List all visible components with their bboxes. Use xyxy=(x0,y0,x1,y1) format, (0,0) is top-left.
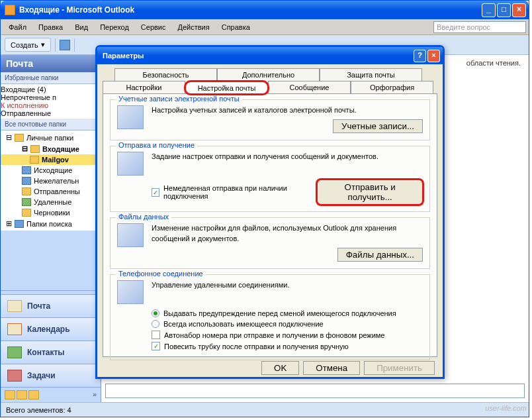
menu-help[interactable]: Справка xyxy=(216,22,255,32)
send-receive-button[interactable]: Отправить и получить... xyxy=(317,180,423,205)
tab-message[interactable]: Сообщение xyxy=(268,81,351,93)
expand-icon[interactable]: ⊟ xyxy=(22,144,28,153)
folders-icon[interactable] xyxy=(17,390,27,399)
folder-icon xyxy=(30,156,39,164)
accounts-icon xyxy=(117,105,144,129)
calendar-icon xyxy=(7,323,22,335)
radio-always-use-label: Всегда использовать имеющееся подключени… xyxy=(163,320,324,328)
checkbox-immediate-send[interactable]: ✓ xyxy=(152,188,159,197)
sidebar: Почта Избранные папки Входящие (4) Непро… xyxy=(1,55,101,402)
search-folder-icon xyxy=(15,220,24,228)
fav-followup[interactable]: К исполнению xyxy=(1,101,101,109)
datafiles-desc: Изменение настройки для файлов, использу… xyxy=(152,223,423,244)
app-icon xyxy=(5,5,15,15)
sidebar-nav: ⋯⋯⋯ Почта Календарь Контакты Задачи » xyxy=(1,290,101,402)
tab-preferences[interactable]: Настройки xyxy=(103,81,185,93)
dialog-body: Учетные записи электронной почты Настрой… xyxy=(103,93,437,357)
dialog-title: Параметры xyxy=(103,52,412,60)
dialog-close-button[interactable]: × xyxy=(427,50,440,62)
tree-root[interactable]: ⊟Личные папки xyxy=(1,132,101,143)
tree-drafts[interactable]: Черновики xyxy=(1,207,101,218)
tab-advanced[interactable]: Дополнительно xyxy=(217,68,320,81)
contacts-icon xyxy=(7,346,22,358)
expand-icon[interactable]: ⊟ xyxy=(6,133,12,142)
help-search-placeholder: Введите вопрос xyxy=(437,23,490,31)
shortcuts-icon[interactable] xyxy=(28,390,39,399)
tab-mail-setup[interactable]: Настройка почты xyxy=(185,81,268,94)
expand-icon[interactable]: ⊞ xyxy=(6,219,12,228)
radio-always-use[interactable] xyxy=(152,320,159,328)
reading-pane-hint: области чтения. xyxy=(466,59,521,67)
folder-icon xyxy=(30,145,40,153)
tree-deleted[interactable]: Удаленные xyxy=(1,197,101,207)
sidebar-favorites-header: Избранные папки xyxy=(1,72,101,84)
maximize-button[interactable]: □ xyxy=(497,3,511,17)
sendrecv-icon xyxy=(117,152,144,176)
nav-tasks[interactable]: Задачи xyxy=(1,364,101,387)
fav-unread[interactable]: Непрочтенные п xyxy=(1,93,101,101)
dialup-icon xyxy=(117,280,144,304)
tree-sent[interactable]: Отправленны xyxy=(1,186,101,197)
tree-mailgov[interactable]: Mailgov xyxy=(1,154,101,165)
sendrecv-desc: Задание настроек отправки и получения со… xyxy=(152,152,423,162)
tab-spelling[interactable]: Орфография xyxy=(351,81,433,93)
tab-mail-protection[interactable]: Защита почты xyxy=(320,68,422,81)
tree-inbox[interactable]: ⊟Входящие xyxy=(1,143,101,154)
checkbox-hangup[interactable]: ✓ xyxy=(152,342,160,350)
favorites-tree: Входящие (4) Непрочтенные п К исполнению… xyxy=(1,84,101,119)
menu-edit[interactable]: Правка xyxy=(33,22,68,32)
tasks-icon xyxy=(7,370,22,382)
print-icon[interactable] xyxy=(60,40,70,50)
folder-icon xyxy=(15,134,24,142)
dialog-titlebar: Параметры ? × xyxy=(97,47,443,64)
accounts-button[interactable]: Учетные записи... xyxy=(333,119,423,133)
tab-security[interactable]: Безопасность xyxy=(114,68,217,81)
menu-actions[interactable]: Действия xyxy=(173,22,215,32)
bottom-input[interactable] xyxy=(105,384,525,398)
folder-icon xyxy=(22,187,31,195)
toolbar-separator xyxy=(74,38,75,52)
data-files-button[interactable]: Файлы данных... xyxy=(337,248,423,262)
fav-sent[interactable]: Отправленные xyxy=(1,109,101,117)
folder-icon xyxy=(22,209,31,217)
menu-goto[interactable]: Переход xyxy=(95,22,134,32)
ok-button[interactable]: OK xyxy=(261,361,299,375)
minimize-button[interactable]: _ xyxy=(482,3,496,17)
tree-search-folders[interactable]: ⊞Папки поиска xyxy=(1,218,101,229)
group-accounts: Учетные записи электронной почты Настрой… xyxy=(110,99,430,140)
accounts-desc: Настройка учетных записей и каталогов эл… xyxy=(152,105,423,115)
checkbox-immediate-send-label: Немедленная отправка при наличии подключ… xyxy=(163,184,317,200)
status-item-count: Всего элементов: 4 xyxy=(6,406,71,414)
folder-icon xyxy=(22,177,31,185)
toolbar-separator xyxy=(55,38,56,52)
radio-warn-change[interactable] xyxy=(152,309,159,317)
menu-file[interactable]: Файл xyxy=(3,22,32,32)
help-search-input[interactable]: Введите вопрос xyxy=(433,21,526,33)
dialog-help-button[interactable]: ? xyxy=(414,50,426,62)
checkbox-autodial[interactable] xyxy=(152,331,160,339)
tree-junk[interactable]: Нежелательн xyxy=(1,176,101,186)
close-button[interactable]: × xyxy=(512,3,526,17)
tree-outbox[interactable]: Исходящие xyxy=(1,165,101,176)
group-send-receive: Отправка и получение Задание настроек от… xyxy=(110,146,430,212)
folder-tree: ⊟Личные папки ⊟Входящие Mailgov Исходящи… xyxy=(1,131,101,231)
nav-chevron-icon[interactable]: » xyxy=(93,390,97,399)
nav-calendar[interactable]: Календарь xyxy=(1,317,101,341)
window-title: Входящие - Microsoft Outlook xyxy=(19,5,482,15)
sidebar-all-header: Все почтовые папки xyxy=(1,119,101,131)
menu-service[interactable]: Сервис xyxy=(136,22,171,32)
checkbox-hangup-label: Повесить трубку после отправки и получен… xyxy=(164,342,349,350)
create-button[interactable]: Создать ▾ xyxy=(5,38,51,52)
fav-inbox[interactable]: Входящие (4) xyxy=(1,85,101,93)
group-data-files: Файлы данных Изменение настройки для фай… xyxy=(110,217,430,269)
menu-view[interactable]: Вид xyxy=(69,22,93,32)
titlebar: Входящие - Microsoft Outlook _ □ × xyxy=(1,1,529,19)
folder-icon xyxy=(22,166,31,174)
apply-button[interactable]: Применить xyxy=(364,361,435,375)
notes-icon[interactable] xyxy=(5,390,15,399)
trash-icon xyxy=(22,198,31,206)
cancel-button[interactable]: Отмена xyxy=(303,361,360,375)
nav-contacts[interactable]: Контакты xyxy=(1,341,101,364)
group-dialup: Телефонное соединение Управление удаленн… xyxy=(110,274,430,360)
mail-icon xyxy=(7,300,22,312)
